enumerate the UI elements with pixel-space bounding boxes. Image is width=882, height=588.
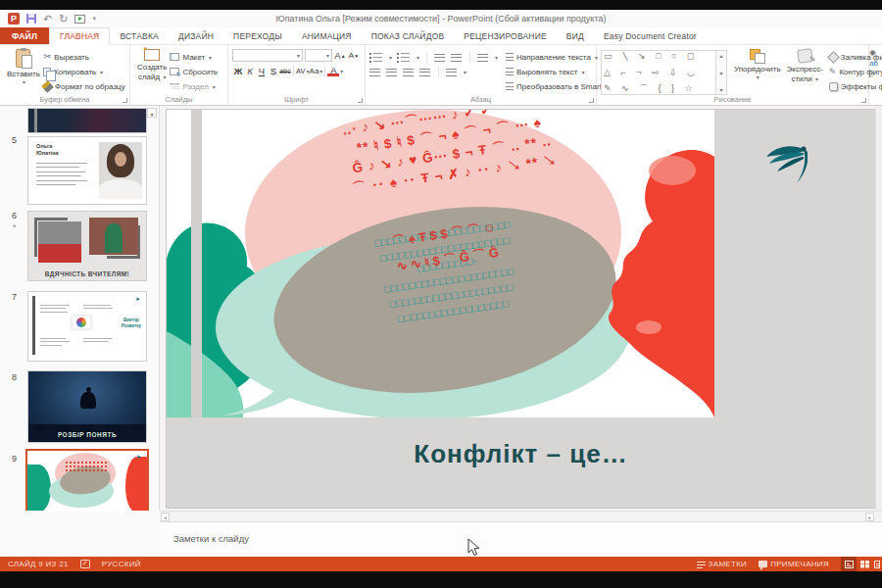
font-name-combo[interactable]: ▾	[232, 49, 303, 62]
reset-button[interactable]: Сбросить	[170, 65, 218, 78]
save-icon[interactable]	[26, 14, 36, 24]
justify-icon[interactable]	[419, 68, 430, 77]
underline-button[interactable]: Ч	[256, 65, 268, 77]
notes-toggle-button[interactable]: ЗАМЕТКИ	[691, 557, 754, 571]
change-case-button[interactable]: Аа▾	[309, 65, 322, 77]
new-slide-icon	[144, 49, 160, 61]
normal-view-button[interactable]	[841, 557, 857, 571]
undo-icon[interactable]: ↶	[43, 14, 52, 24]
shapes-row-1: ▭ ╲ ↘ □ ○ ◻	[604, 52, 713, 61]
font-group-label: Шрифт	[228, 95, 365, 104]
shrink-font-button[interactable]: А▼	[348, 49, 360, 62]
align-right-icon[interactable]	[403, 68, 414, 77]
notes-toggle-label: ЗАМЕТКИ	[709, 560, 748, 568]
tab-transitions[interactable]: ПЕРЕХОДЫ	[223, 27, 292, 44]
font-color-button[interactable]: А	[327, 66, 339, 76]
thumbnail-slide-5[interactable]: ОльгаЮпатіна ➤	[27, 136, 147, 205]
thumbnail-slide-6[interactable]: ВДЯЧНІСТЬ ВЧИТЕЛЯМ!	[27, 211, 147, 281]
new-slide-button[interactable]: Создать слайд ▾	[134, 48, 170, 93]
qat-dropdown-icon[interactable]: ▾	[92, 15, 96, 23]
tab-easy-document-creator[interactable]: Easy Document Creator	[594, 27, 707, 44]
italic-button[interactable]: К	[244, 65, 256, 77]
arrange-button[interactable]: Упорядочить ▾	[731, 48, 784, 93]
increase-indent-icon[interactable]	[451, 53, 462, 63]
copy-button[interactable]: Копировать ▾	[43, 65, 125, 78]
cut-icon: ✂	[43, 52, 51, 62]
align-left-icon[interactable]	[369, 68, 380, 77]
tab-home[interactable]: ГЛАВНАЯ	[49, 27, 110, 45]
redo-icon[interactable]: ↻	[59, 14, 68, 24]
shape-fill-button[interactable]: Заливка фигуры ▾	[829, 50, 882, 64]
slide-canvas[interactable]: ‥· ♪ ↘ ⋯⌒⋯⋯ ♪ ✓ ✓ ⋯¬ ♠ ⌒ ** ♮ $ ♮ $ ⌒ ¬ …	[167, 110, 875, 508]
paragraph-group-label: Абзац	[366, 95, 596, 104]
shape-effects-button[interactable]: Эффекты фигуры ▾	[829, 79, 882, 93]
quick-styles-button[interactable]: Экспресс-стили ▾	[784, 48, 826, 93]
comments-toggle-button[interactable]: ПРИМЕЧАНИЯ	[753, 557, 835, 571]
layout-button[interactable]: Макет ▾	[170, 50, 218, 64]
thumbnails-scroll-up-button[interactable]: ▴	[147, 108, 157, 118]
grow-font-button[interactable]: А▲	[334, 49, 346, 62]
section-button[interactable]: Раздел ▾	[170, 79, 218, 93]
shapes-scroll-down-icon[interactable]: ▾	[719, 70, 722, 76]
tab-animation[interactable]: АНИМАЦИЯ	[292, 27, 362, 44]
paste-label: Вставить	[7, 70, 40, 79]
shapes-scroll-up-icon[interactable]: ▴	[719, 52, 722, 59]
font-dialog-launcher[interactable]	[358, 98, 363, 103]
editor-horizontal-scrollbar[interactable]: ◂ ▸	[160, 511, 882, 521]
shape-fill-icon	[827, 51, 840, 64]
hscroll-right-button[interactable]: ▸	[865, 513, 874, 521]
font-size-combo[interactable]: ▾	[305, 49, 332, 62]
slide-title[interactable]: Конфлікт – це…	[167, 439, 875, 469]
hscroll-left-button[interactable]: ◂	[161, 513, 170, 521]
cut-button[interactable]: ✂ Вырезать	[43, 50, 125, 64]
character-spacing-button[interactable]: AV▾	[296, 65, 309, 77]
group-slides: Создать слайд ▾ Макет ▾ Сбросить Раздел …	[130, 45, 228, 105]
shapes-gallery-scroll[interactable]: ▴ ▾ ▾	[716, 50, 727, 95]
drawing-dialog-launcher[interactable]	[861, 98, 866, 103]
format-painter-button[interactable]: Формат по образцу	[43, 79, 125, 93]
decrease-indent-icon[interactable]	[434, 53, 445, 63]
group-drawing: ▭ ╲ ↘ □ ○ ◻ △ ⌐ ¬ ⇨ ⇩ ◡ ✎ ∿ ⌒ { } ☆ ▴ ▾ …	[597, 45, 869, 105]
start-slideshow-icon[interactable]	[74, 15, 85, 24]
thumbnail-slide-7[interactable]: ➤ ВекторРозвитку	[27, 291, 147, 362]
slide-counter[interactable]: СЛАЙД 9 ИЗ 21	[0, 557, 74, 571]
spellcheck-icon[interactable]	[74, 557, 96, 571]
columns-icon[interactable]	[446, 68, 457, 77]
tab-slideshow[interactable]: ПОКАЗ СЛАЙДОВ	[362, 27, 455, 44]
tab-insert[interactable]: ВСТАВКА	[110, 27, 169, 44]
slide-sorter-view-button[interactable]	[857, 557, 872, 571]
tab-review[interactable]: РЕЦЕНЗИРОВАНИЕ	[454, 27, 557, 44]
paste-button[interactable]: Вставить ▾	[4, 48, 43, 93]
layout-dropdown-icon: ▾	[209, 54, 212, 61]
tab-file[interactable]: ФАЙЛ	[0, 27, 49, 44]
reading-view-button-partial[interactable]	[872, 557, 882, 571]
slide-7-logo	[72, 316, 91, 329]
tab-design[interactable]: ДИЗАЙН	[169, 27, 223, 44]
bold-button[interactable]: Ж	[232, 65, 244, 77]
slide-6-animation-star-icon: *	[13, 222, 17, 232]
tab-view[interactable]: ВИД	[557, 27, 594, 44]
bullets-icon[interactable]	[369, 53, 382, 63]
thumbnail-slide-9-selected[interactable]: ➤ Конфлікт – це…	[25, 449, 149, 511]
numbering-icon[interactable]	[397, 53, 410, 63]
editor-vertical-scrollbar[interactable]	[875, 106, 882, 511]
shape-outline-button[interactable]: ✎ Контур фигуры ▾	[829, 65, 882, 78]
font-color-dropdown-icon[interactable]: ▾	[340, 68, 343, 74]
group-clipboard: Вставить ▾ ✂ Вырезать Копировать ▾ Форма…	[0, 45, 130, 105]
strikethrough-button[interactable]: abc	[279, 65, 291, 77]
slide-7-cell-4	[83, 335, 117, 345]
arrange-label: Упорядочить	[734, 65, 781, 74]
thumbnail-slide-8[interactable]: РОЗБІР ПОНЯТЬ	[27, 370, 147, 443]
shapes-gallery[interactable]: ▭ ╲ ↘ □ ○ ◻ △ ⌐ ¬ ⇨ ⇩ ◡ ✎ ∿ ⌒ { } ☆	[601, 50, 716, 95]
text-shadow-button[interactable]: S	[268, 65, 279, 77]
language-indicator[interactable]: РУССКИЙ	[96, 557, 147, 571]
paste-icon	[16, 49, 30, 68]
clipboard-dialog-launcher[interactable]	[122, 98, 127, 103]
line-spacing-icon[interactable]	[477, 53, 488, 63]
shapes-more-icon[interactable]: ▾	[719, 86, 722, 93]
thumbnail-slide-4-partial[interactable]	[27, 108, 147, 133]
powerpoint-logo-icon[interactable]: P	[8, 13, 20, 24]
paragraph-dialog-launcher[interactable]	[589, 98, 594, 103]
notes-pane[interactable]: Заметки к слайду	[160, 521, 882, 557]
align-center-icon[interactable]	[386, 68, 397, 77]
